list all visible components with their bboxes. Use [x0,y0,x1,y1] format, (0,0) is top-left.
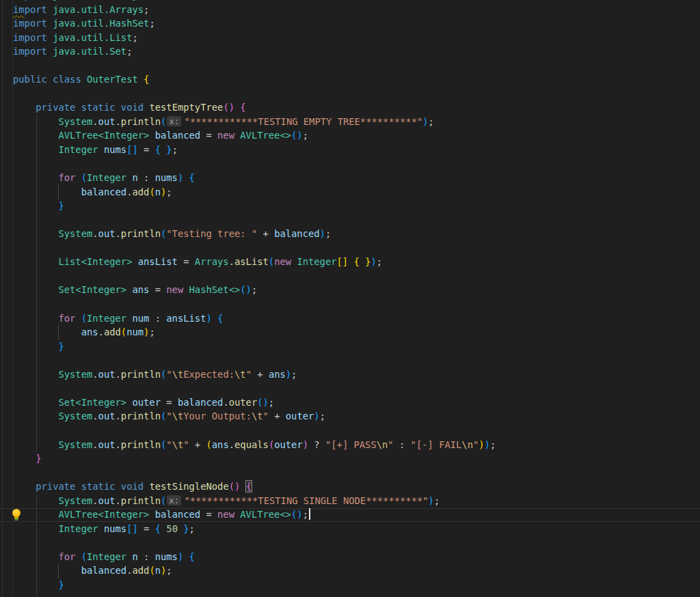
code-token-pun: = [178,256,195,267]
code-token-pun [132,256,137,267]
code-line[interactable]: balanced.add(n); [13,185,496,199]
code-token-var: out [98,116,116,127]
code-token-typ: System [58,495,92,506]
code-token-str: "Testing tree: " [166,228,257,239]
code-token-b1: { [144,74,149,85]
code-token-b3: ) [286,369,291,380]
code-line[interactable] [13,353,496,367]
code-token-ctl: new [274,256,291,267]
code-token-b3: ) [320,228,325,239]
code-line[interactable]: import java.util.HashSet; [13,16,496,31]
code-line[interactable]: System.out.println("Testing tree: " + ba… [13,227,496,241]
code-line[interactable]: Integer nums[] = { 50 }; [13,522,496,536]
quick-fix-lightbulb-icon[interactable] [11,508,22,522]
text-cursor [309,508,310,520]
code-line[interactable] [13,466,496,480]
code-token-var: balanced [81,186,126,197]
code-line[interactable]: System.out.println("\tYour Output:\t" + … [13,409,496,424]
code-token-pun [47,74,53,85]
code-token-pun [98,144,104,155]
code-token-pun: + [252,369,269,380]
code-line[interactable]: } [13,578,496,592]
code-line[interactable] [13,381,496,395]
code-line[interactable] [13,297,496,311]
code-line[interactable]: for (Integer n : nums) { [13,171,496,185]
code-line[interactable]: private static void testSingleNode() { [13,480,496,494]
code-line[interactable] [13,269,496,283]
code-token-fn: add [132,186,149,197]
code-line[interactable]: System.out.println(x:"************TESTIN… [13,494,496,508]
code-token-str: " [263,411,269,421]
code-line[interactable]: System.out.println("\tExpected:\t" + ans… [13,367,496,382]
code-line[interactable]: } [13,339,496,354]
code-token-pun: . [92,411,98,421]
code-token-pun: ; [320,411,325,421]
code-token-b3: ) [429,495,434,506]
code-line[interactable]: List<Integer> ansList = Arrays.asList(ne… [13,255,496,269]
code-token-typ: Integer [297,256,336,267]
code-line[interactable] [13,87,496,101]
code-token-pun [13,327,81,337]
code-line[interactable]: } [13,199,496,213]
code-token-var: ans [212,439,229,450]
code-token-b2: { [240,102,245,113]
code-token-str: " [166,439,172,450]
code-line[interactable]: System.out.println(x:"************TESTIN… [13,115,496,129]
code-token-b3: ) [371,256,376,267]
code-line[interactable]: AVLTree<Integer> balanced = new AVLTree<… [13,508,496,522]
code-line[interactable]: ans.add(num); [13,325,496,339]
code-token-esc: \t [172,439,184,450]
code-token-str: " [388,439,393,450]
code-token-pun: . [116,411,121,421]
code-token-pun: : [138,551,155,562]
code-line[interactable] [13,59,496,73]
code-content[interactable]: import java.util.ArrayList;import java.u… [13,0,496,592]
code-token-sq: im [13,4,25,15]
code-token-pun: ; [132,32,137,43]
code-line[interactable]: import java.util.Set; [13,44,496,59]
code-line[interactable]: System.out.println("\t" + (ans.equals(ou… [13,438,496,452]
code-line[interactable]: Integer nums[] = { }; [13,143,496,157]
code-token-var: balanced [81,565,126,576]
code-token-pun: . [116,495,121,506]
code-line[interactable]: } [13,452,496,466]
code-token-var: outer [274,439,303,450]
code-line[interactable]: Set<Integer> outer = balanced.outer(); [13,395,496,410]
code-token-pun: . [229,256,234,267]
code-token-pun: = [200,130,217,141]
code-token-ctl: for [58,172,75,183]
code-token-b3: [] [126,144,138,155]
code-token-pun: ; [429,116,434,127]
code-token-var: out [98,495,116,506]
code-line[interactable]: for (Integer n : nums) { [13,550,496,564]
code-token-b2: ( [269,439,274,450]
code-line[interactable]: Set<Integer> ans = new HashSet<>(); [13,283,496,297]
code-line[interactable]: import java.util.Arrays; [13,3,496,17]
code-token-pun [138,74,144,85]
code-line[interactable]: import java.util.List; [13,31,496,45]
code-token-str: "[+] PASS [325,439,377,450]
code-token-pun: + [189,439,206,450]
code-token-kw: import [13,46,47,57]
code-token-pun [47,18,53,29]
code-line[interactable] [13,213,496,227]
code-line[interactable]: for (Integer num : ansList) { [13,311,496,326]
code-token-b1: ( [149,186,154,197]
code-token-pun [47,32,53,43]
code-token-b2: () [223,102,234,113]
code-line[interactable] [13,241,496,255]
code-line[interactable] [13,157,496,171]
code-line[interactable] [13,424,496,438]
code-line[interactable]: public class OuterTest { [13,72,496,87]
code-token-typ: java.util.Set [53,46,126,57]
code-token-pun [13,200,58,211]
code-token-typ: Integer [87,551,126,562]
code-line[interactable]: AVLTree<Integer> balanced = new AVLTree<… [13,128,496,143]
code-editor[interactable]: import java.util.ArrayList;import java.u… [0,0,700,597]
code-token-typ: HashSet<> [189,284,241,295]
code-line[interactable] [13,536,496,550]
code-token-fn: testSingleNode [149,481,228,492]
code-line[interactable]: private static void testEmptyTree() { [13,100,496,115]
code-line[interactable]: balanced.add(n); [13,564,496,578]
code-token-b3: } [178,523,189,534]
